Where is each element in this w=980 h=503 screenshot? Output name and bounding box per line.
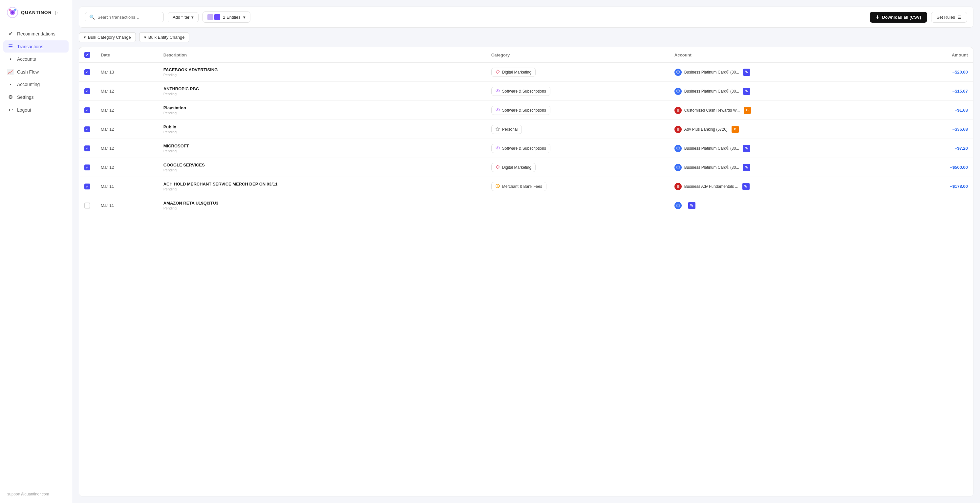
category-name: Software & Subscriptions: [502, 146, 546, 151]
bulk-category-button[interactable]: ▾ Bulk Category Change: [79, 32, 136, 42]
logo-text: QUANTINOR: [21, 10, 52, 15]
account-cell: Business Platinum Card® (30... W: [675, 68, 893, 76]
entities-selector[interactable]: 2 Entities ▾: [202, 11, 250, 23]
row-description: AMAZON RETA U19QI3TU3Pending: [158, 196, 486, 215]
download-csv-button[interactable]: ⬇ Download all (CSV): [870, 12, 927, 23]
desc-main: GOOGLE SERVICES: [164, 162, 481, 167]
category-name: Digital Marketing: [502, 70, 531, 75]
desc-main: Publix: [164, 124, 481, 129]
account-cell: Business Adv Fundamentals ... W: [675, 183, 893, 190]
table-body: ✓Mar 13FACEBOOK ADVERTISINGPendingDigita…: [79, 63, 973, 215]
logout-icon: ↩: [7, 107, 14, 113]
sidebar-item-logout[interactable]: ↩ Logout: [3, 104, 68, 116]
main-content: 🔍 Add filter ▾ 2 Entities ▾ ⬇ Download a…: [72, 0, 980, 503]
row-checkbox[interactable]: ✓: [84, 183, 90, 189]
row-category[interactable]: Software & Subscriptions: [486, 82, 669, 101]
entity-avatar: W: [743, 164, 750, 171]
bulk-entity-button[interactable]: ▾ Bulk Entity Change: [139, 32, 190, 42]
account-icon: [675, 88, 682, 95]
row-checkbox[interactable]: ✓: [84, 69, 90, 75]
account-name: Business Platinum Card® (30...: [684, 146, 740, 151]
row-category[interactable]: [486, 196, 669, 215]
account-cell: Customized Cash Rewards W... B: [675, 107, 893, 114]
category-badge[interactable]: Software & Subscriptions: [491, 144, 550, 153]
sidebar-item-accounts[interactable]: ▪ Accounts: [3, 53, 68, 65]
category-badge[interactable]: Software & Subscriptions: [491, 106, 550, 115]
account-name: Business Platinum Card® (30...: [684, 165, 740, 170]
svg-marker-5: [496, 70, 500, 73]
category-badge[interactable]: Personal: [491, 125, 522, 134]
add-filter-button[interactable]: Add filter ▾: [168, 12, 199, 22]
amount-value: −$7.20: [955, 146, 968, 151]
sidebar-item-transactions[interactable]: ☰ Transactions: [3, 40, 68, 53]
chevron-down-icon: ▾: [191, 15, 194, 20]
row-account: Business Platinum Card® (30... W: [669, 82, 898, 101]
sidebar-item-cashflow[interactable]: 📈 Cash Flow: [3, 66, 68, 78]
transactions-icon: ☰: [7, 43, 14, 49]
account-cell: Business Platinum Card® (30... W: [675, 145, 893, 152]
account-icon: [675, 68, 682, 76]
sidebar-item-settings[interactable]: ⚙ Settings: [3, 91, 68, 103]
svg-point-4: [14, 9, 16, 11]
desc-sub: Pending: [164, 92, 481, 96]
row-date: Mar 12: [95, 158, 158, 177]
logo-collapse[interactable]: |←: [55, 10, 60, 15]
desc-sub: Pending: [164, 206, 481, 210]
bulk-actions: ▾ Bulk Category Change ▾ Bulk Entity Cha…: [79, 32, 974, 42]
row-checkbox[interactable]: ✓: [84, 126, 90, 132]
settings-icon: ⚙: [7, 94, 14, 100]
entity-avatar: W: [743, 145, 750, 152]
header-description: Description: [158, 47, 486, 63]
desc-sub: Pending: [164, 73, 481, 77]
desc-main: Playstation: [164, 105, 481, 110]
row-category[interactable]: Digital Marketing: [486, 63, 669, 82]
category-name: Software & Subscriptions: [502, 108, 546, 113]
table-row: ✓Mar 12ANTHROPIC PBCPendingSoftware & Su…: [79, 82, 973, 101]
account-cell: Business Platinum Card® (30... W: [675, 164, 893, 171]
row-category[interactable]: $Merchant & Bank Fees: [486, 177, 669, 196]
category-badge[interactable]: $Merchant & Bank Fees: [491, 182, 546, 191]
table-header-row: ✓ Date Description Category Account Amou…: [79, 47, 973, 63]
sidebar-item-recommendations[interactable]: ✔ Recommendations: [3, 27, 68, 40]
row-category[interactable]: Digital Marketing: [486, 158, 669, 177]
row-checkbox-cell: ✓: [79, 101, 95, 120]
amount-value: −$1.63: [955, 108, 968, 113]
transactions-table-container: ✓ Date Description Category Account Amou…: [79, 47, 974, 497]
category-badge[interactable]: Digital Marketing: [491, 68, 536, 77]
download-label: Download all (CSV): [882, 15, 921, 20]
search-box[interactable]: 🔍: [85, 12, 164, 22]
row-checkbox-cell: ✓: [79, 177, 95, 196]
row-checkbox[interactable]: ✓: [84, 145, 90, 151]
sidebar-item-accounting[interactable]: ▪ Accounting: [3, 78, 68, 90]
svg-point-15: [497, 109, 498, 110]
sidebar: QUANTINOR |← ✔ Recommendations ☰ Transac…: [0, 0, 72, 503]
row-checkbox[interactable]: ✓: [84, 88, 90, 94]
set-rules-button[interactable]: Set Rules ☰: [931, 12, 967, 23]
row-amount: −$36.68: [898, 120, 973, 139]
bulk-entity-label: Bulk Entity Change: [148, 35, 185, 40]
select-all-checkbox[interactable]: ✓: [84, 52, 90, 58]
row-checkbox[interactable]: ✓: [84, 107, 90, 113]
row-category[interactable]: Software & Subscriptions: [486, 139, 669, 158]
transactions-table: ✓ Date Description Category Account Amou…: [79, 47, 973, 215]
svg-point-3: [9, 9, 11, 11]
row-date: Mar 12: [95, 139, 158, 158]
row-category[interactable]: Personal: [486, 120, 669, 139]
row-checkbox[interactable]: [84, 202, 90, 209]
search-input[interactable]: [97, 15, 159, 20]
table-row: ✓Mar 12PlaystationPendingSoftware & Subs…: [79, 101, 973, 120]
account-icon: [675, 202, 682, 209]
account-cell: Business Platinum Card® (30... W: [675, 88, 893, 95]
row-amount: −$1.63: [898, 101, 973, 120]
header-amount: Amount: [898, 47, 973, 63]
cashflow-icon: 📈: [7, 68, 14, 75]
row-category[interactable]: Software & Subscriptions: [486, 101, 669, 120]
category-icon: [496, 165, 500, 170]
row-account: Customized Cash Rewards W... B: [669, 101, 898, 120]
category-badge[interactable]: Digital Marketing: [491, 163, 536, 172]
category-name: Software & Subscriptions: [502, 89, 546, 94]
row-checkbox[interactable]: ✓: [84, 164, 90, 170]
desc-sub: Pending: [164, 168, 481, 172]
row-amount: −$15.07: [898, 82, 973, 101]
category-badge[interactable]: Software & Subscriptions: [491, 87, 550, 96]
